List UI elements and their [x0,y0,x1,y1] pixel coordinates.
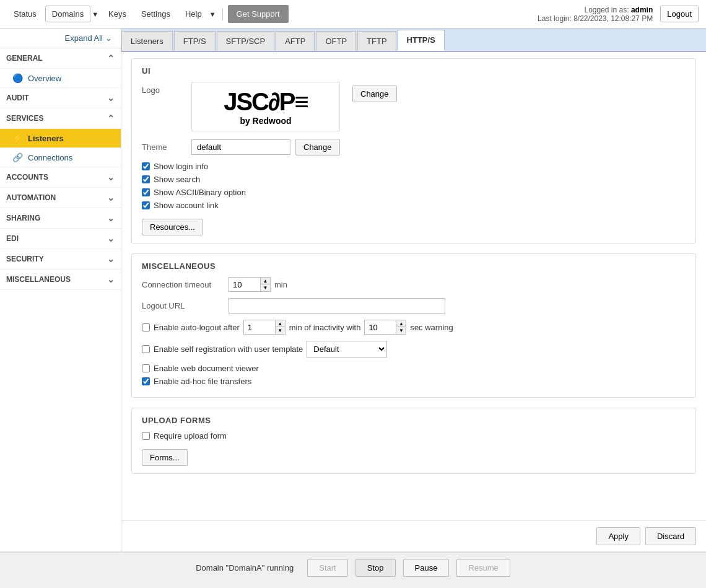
theme-label: Theme [142,143,191,152]
sidebar-section-services[interactable]: SERVICES ⌃ [0,108,121,129]
sidebar: Expand All ⌄ GENERAL ⌃ 🔵 Overview AUDIT … [0,29,121,551]
show-account-link-label[interactable]: Show account link [154,201,219,210]
tab-aftp[interactable]: AFTP [276,31,315,51]
tab-listeners[interactable]: Listeners [121,31,173,51]
start-button[interactable]: Start [307,559,347,577]
require-upload-checkbox[interactable] [142,432,150,440]
web-doc-viewer-label[interactable]: Enable web document viewer [154,364,259,373]
resume-button[interactable]: Resume [456,559,510,577]
sidebar-item-connections-label: Connections [28,153,72,162]
tab-sftpscp[interactable]: SFTP/SCP [217,31,275,51]
help-dropdown-wrap: Help ▼ [179,6,217,22]
tab-ftps[interactable]: FTP/S [174,31,216,51]
domains-dropdown-arrow[interactable]: ▼ [90,7,100,22]
tab-oftp[interactable]: OFTP [316,31,356,51]
sidebar-section-automation[interactable]: AUTOMATION ⌄ [0,188,121,208]
connection-timeout-row: Connection timeout ▲ ▼ min [142,277,686,292]
logout-button[interactable]: Logout [660,6,699,22]
change-theme-button[interactable]: Change [295,139,340,156]
footer-bar: Domain "DomainA" running Start Stop Paus… [0,551,706,583]
logout-url-input[interactable] [229,298,445,314]
adhoc-label[interactable]: Enable ad-hoc file transfers [154,377,251,386]
auto-logout-warn-wrap: ▲ ▼ [364,320,406,335]
self-reg-checkbox[interactable] [142,345,150,353]
show-search-label[interactable]: Show search [154,175,200,184]
help-dropdown-arrow[interactable]: ▼ [208,7,217,22]
logo-content: JSC∂P≡ by Redwood [224,88,308,126]
logo-label: Logo [142,82,191,95]
sidebar-section-sharing-label: SHARING [6,214,40,222]
apply-button[interactable]: Apply [596,527,640,545]
show-ascii-binary-checkbox[interactable] [142,188,150,196]
connections-icon: 🔗 [12,152,23,162]
expand-all-row[interactable]: Expand All ⌄ [0,29,121,48]
sidebar-item-overview-label: Overview [28,74,61,83]
warn-spinners: ▲ ▼ [396,320,406,334]
forms-button[interactable]: Forms... [142,449,188,466]
sidebar-item-connections[interactable]: 🔗 Connections [0,148,121,167]
tab-tftp[interactable]: TFTP [357,31,396,51]
theme-input[interactable] [191,139,290,155]
self-reg-form: Enable self registration with user templ… [142,341,387,358]
require-upload-label[interactable]: Require upload form [154,431,227,441]
logo-text-main: JSC∂P≡ [224,88,308,116]
timeout-spin-down[interactable]: ▼ [260,284,270,291]
sidebar-section-audit[interactable]: AUDIT ⌄ [0,88,121,108]
help-nav-btn[interactable]: Help [179,6,208,22]
show-search-row: Show search [142,175,686,184]
connection-timeout-spinners: ▲ ▼ [260,278,270,291]
show-ascii-binary-row: Show ASCII/Binary option [142,188,686,197]
connection-timeout-input[interactable] [229,278,260,291]
sidebar-section-edi[interactable]: EDI ⌄ [0,229,121,249]
adhoc-checkbox[interactable] [142,377,150,385]
pause-button[interactable]: Pause [403,559,450,577]
sidebar-item-overview[interactable]: 🔵 Overview [0,69,121,88]
logged-in-label: Logged in as: [584,6,629,14]
auto-logout-row: Enable auto-logout after ▲ ▼ min of inac… [142,320,686,335]
show-ascii-binary-label[interactable]: Show ASCII/Binary option [154,188,246,197]
settings-nav-btn[interactable]: Settings [135,6,176,22]
sidebar-section-general[interactable]: GENERAL ⌃ [0,48,121,69]
status-nav-btn[interactable]: Status [7,6,43,22]
content-area: Listeners FTP/S SFTP/SCP AFTP OFTP TFTP … [121,29,706,551]
show-login-info-label[interactable]: Show login info [154,162,208,171]
sidebar-section-miscellaneous[interactable]: MISCELLANEOUS ⌄ [0,270,121,290]
auto-logout-checkbox[interactable] [142,323,150,331]
listeners-icon: ⚡ [12,133,23,143]
nav-separator [222,8,223,20]
show-login-info-row: Show login info [142,162,686,171]
sidebar-section-sharing[interactable]: SHARING ⌄ [0,208,121,229]
web-doc-viewer-checkbox[interactable] [142,364,150,372]
show-login-info-checkbox[interactable] [142,162,150,170]
sidebar-section-security[interactable]: SECURITY ⌄ [0,249,121,270]
bottom-action-bar: Apply Discard [121,520,706,551]
discard-button[interactable]: Discard [645,527,696,545]
auto-logout-input[interactable] [244,321,275,334]
stop-button[interactable]: Stop [355,559,396,577]
keys-nav-btn[interactable]: Keys [102,6,133,22]
sidebar-item-listeners[interactable]: ⚡ Listeners [0,129,121,148]
settings-panel: UI Logo JSC∂P≡ by Redwood Change [121,52,706,520]
auto-logout-warn-input[interactable] [365,321,396,334]
change-logo-button[interactable]: Change [352,86,397,102]
resources-button[interactable]: Resources... [142,219,203,235]
timeout-spin-up[interactable]: ▲ [260,278,270,284]
tab-https[interactable]: HTTP/S [398,30,445,51]
auto-logout-form: Enable auto-logout after ▲ ▼ min of inac… [142,320,453,335]
sidebar-section-accounts[interactable]: ACCOUNTS ⌄ [0,167,121,188]
auto-logout-unit: min of inactivity with [289,323,361,332]
self-reg-select[interactable]: Default [307,341,387,358]
auto-logout-spin-down[interactable]: ▼ [275,327,285,334]
upload-section: UPLOAD FORMS Require upload form Forms..… [131,408,696,474]
domains-nav-btn[interactable]: Domains [45,6,90,22]
warn-spin-up[interactable]: ▲ [396,320,406,327]
auto-logout-label[interactable]: Enable auto-logout after [154,323,240,332]
auto-logout-spin-up[interactable]: ▲ [275,320,285,327]
nav-left: Status Domains ▼ Keys Settings Help ▼ Ge… [7,5,535,23]
show-search-checkbox[interactable] [142,175,150,183]
self-reg-label[interactable]: Enable self registration with user templ… [154,344,303,354]
warn-spin-down[interactable]: ▼ [396,327,406,334]
misc-section: MISCELLANEOUS Connection timeout ▲ ▼ min [131,253,696,398]
show-account-link-checkbox[interactable] [142,201,150,209]
get-support-button[interactable]: Get Support [228,5,289,23]
